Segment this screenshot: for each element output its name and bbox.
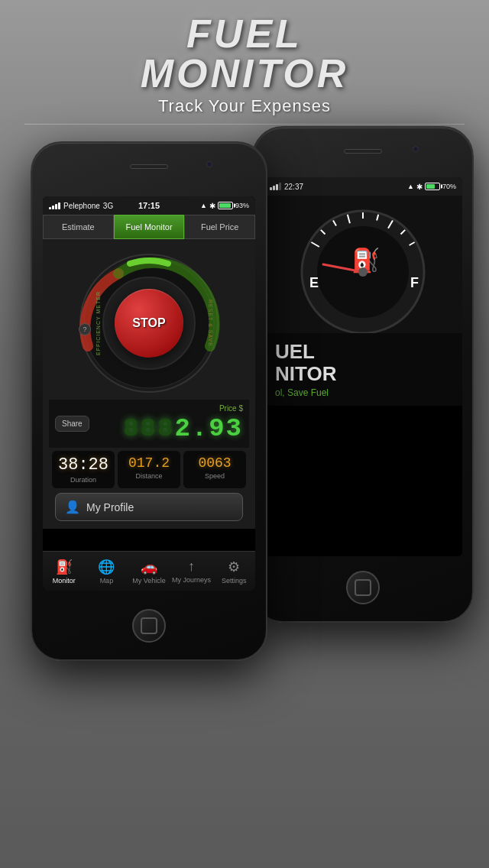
price-digits: Price $ 8882.93 [123, 404, 243, 443]
stat-distance: 017.2 Distance [118, 451, 180, 488]
fuel-gauge-svg: E F ⛽ [287, 196, 439, 333]
phone1-battery-icon [218, 202, 233, 209]
phone1-signal [49, 202, 60, 209]
efficiency-label: EFFICIENCY METER [96, 291, 101, 355]
phone1-screen: Pelephone 3G 17:15 ▲ ✱ 93% Es [43, 196, 255, 591]
tab-journeys[interactable]: ↑ My Journeys [170, 559, 213, 584]
duration-label: Duration [70, 476, 96, 484]
gauge-area: EFFICIENCY METER RESET & SAVE ? STOP Sha… [43, 239, 255, 529]
map-icon: 🌐 [98, 559, 115, 575]
nav-tab-estimate[interactable]: Estimate [43, 215, 114, 239]
profile-icon: 👤 [65, 500, 80, 514]
journeys-icon: ↑ [188, 559, 195, 575]
phone2-battery [425, 183, 440, 190]
svg-text:E: E [309, 275, 319, 290]
help-button[interactable]: ? [79, 323, 91, 335]
phone2-nav-icon: ▲ [407, 183, 414, 190]
speed-label: Speed [205, 472, 225, 480]
price-value: 2.93 [174, 414, 243, 443]
app-header: FUEL MONITOR Track Your Expenses [0, 0, 489, 132]
phone2-battery-pct: 70% [442, 183, 456, 190]
svg-text:F: F [410, 275, 419, 290]
phone2-time: 22:37 [284, 183, 303, 191]
phone2-signal [270, 183, 281, 190]
dim-digits: 888 [123, 414, 174, 443]
tab-vehicle[interactable]: 🚗 My Vehicle [128, 559, 170, 585]
vehicle-icon: 🚗 [141, 559, 157, 575]
nav-tab-fuel-monitor[interactable]: Fuel Monitor [114, 215, 185, 239]
tab-settings[interactable]: ⚙ Settings [212, 559, 255, 585]
app-title: FUEL MONITOR [0, 14, 489, 93]
phones-container: 22:37 ▲ ✱ 70% [0, 118, 489, 867]
phone2-bottom: UEL NITOR ol, Save Fuel [264, 333, 462, 406]
phone1-time: 17:15 [138, 201, 160, 210]
phone1-speaker [130, 164, 168, 169]
phone2-tagline: ol, Save Fuel [275, 387, 451, 398]
circular-gauge: EFFICIENCY METER RESET & SAVE ? STOP [73, 247, 225, 400]
phone1-nav-icon: ▲ [200, 202, 207, 209]
tab-monitor-label: Monitor [53, 577, 76, 585]
phone2-title: UEL NITOR [275, 341, 451, 384]
price-display: Share Price $ 8882.93 [49, 400, 249, 448]
price-label: Price $ [219, 404, 243, 413]
tab-map[interactable]: 🌐 Map [86, 559, 128, 585]
duration-value: 38:28 [58, 455, 108, 474]
phone1-bt-icon: ✱ [209, 202, 215, 210]
phone2-home-button[interactable] [346, 571, 380, 604]
monitor-icon: ⛽ [56, 559, 73, 575]
phone1-status-bar: Pelephone 3G 17:15 ▲ ✱ 93% [43, 196, 255, 215]
distance-value: 017.2 [128, 455, 170, 471]
phone1-battery-pct: 93% [235, 202, 249, 209]
tab-settings-label: Settings [222, 577, 247, 585]
phone1: Pelephone 3G 17:15 ▲ ✱ 93% Es [31, 141, 267, 661]
share-button[interactable]: Share [55, 416, 89, 432]
phone2-camera [413, 146, 419, 152]
phone2-screen: 22:37 ▲ ✱ 70% [264, 177, 462, 556]
phone1-home-button[interactable] [132, 609, 166, 643]
reset-label: RESET & SAVE [209, 300, 214, 347]
profile-label: My Profile [86, 501, 134, 513]
fuel-gauge: E F ⛽ [264, 196, 462, 333]
settings-icon: ⚙ [228, 559, 240, 575]
phone1-carrier: Pelephone [63, 202, 100, 210]
digits-container: 8882.93 [123, 414, 243, 443]
phone1-camera [206, 161, 212, 167]
nav-tab-fuel-price[interactable]: Fuel Price [184, 215, 255, 239]
tab-monitor[interactable]: ⛽ Monitor [43, 559, 86, 585]
stat-duration: 38:28 Duration [52, 451, 115, 488]
distance-label: Distance [135, 472, 162, 480]
tab-bar: ⛽ Monitor 🌐 Map 🚗 My Vehicle ↑ My Journe… [43, 551, 255, 591]
tab-map-label: Map [100, 577, 114, 585]
stats-row: 38:28 Duration 017.2 Distance 0063 Speed [49, 451, 249, 488]
phone2: 22:37 ▲ ✱ 70% [252, 126, 474, 623]
phone2-speaker [344, 149, 382, 154]
stat-speed: 0063 Speed [183, 451, 246, 488]
phone1-network: 3G [103, 202, 113, 210]
stop-button[interactable]: STOP [115, 289, 183, 358]
phone2-status-bar: 22:37 ▲ ✱ 70% [264, 177, 462, 196]
tab-vehicle-label: My Vehicle [132, 577, 166, 585]
nav-tabs: Estimate Fuel Monitor Fuel Price [43, 215, 255, 239]
app-subtitle: Track Your Expenses [0, 96, 489, 116]
speed-value: 0063 [198, 455, 231, 471]
my-profile-button[interactable]: 👤 My Profile [55, 493, 243, 521]
phone2-bt-icon: ✱ [416, 183, 423, 191]
svg-point-15 [358, 267, 368, 277]
tab-journeys-label: My Journeys [172, 576, 211, 584]
